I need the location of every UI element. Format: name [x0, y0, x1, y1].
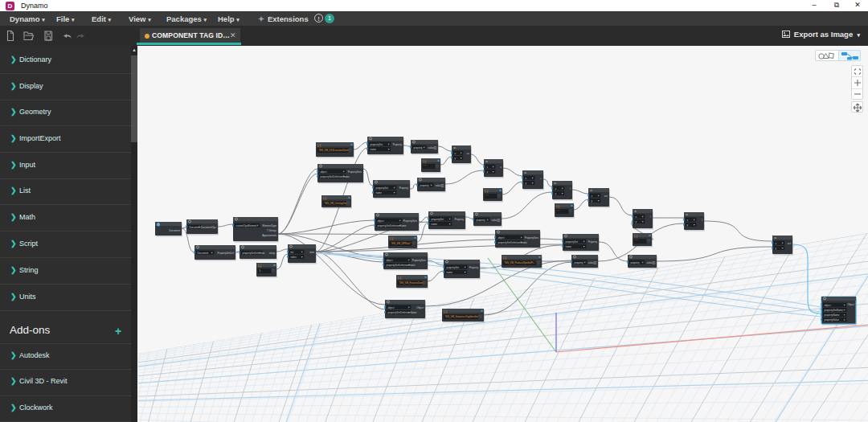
svg-text:object: object: [378, 219, 384, 223]
svg-text:value[][]: value[][]: [428, 146, 436, 150]
svg-text:[..]: [..]: [398, 277, 401, 280]
svg-text:propertySet: propertySet: [371, 143, 383, 146]
svg-text:[..]: [..]: [323, 197, 326, 200]
svg-text:" ": " ": [424, 165, 426, 168]
svg-text:property: property: [414, 146, 424, 150]
svg-text:Object: Object: [847, 303, 854, 306]
svg-text:Property: Property: [399, 186, 409, 190]
svg-text:index: index: [291, 256, 297, 259]
svg-text:"WS_VM_XXXLocationZoom": "WS_VM_XXXLocationZoom": [318, 149, 349, 152]
svg-text:ElementType: ElementType: [262, 224, 276, 227]
svg-text:propertySetDefinitionName: propertySetDefinitionName: [321, 175, 350, 178]
svg-text:"WS_VM_FeatureZoom": "WS_VM_FeatureZoom": [399, 281, 424, 285]
svg-text:property: property: [631, 261, 641, 264]
svg-text:Property: Property: [588, 240, 598, 244]
svg-text:item: item: [309, 251, 314, 254]
svg-text:propertySetDefinitionName: propertySetDefinitionName: [378, 224, 407, 227]
svg-text:property: property: [575, 261, 584, 264]
svg-text:"WS_VM_UPFloor": "WS_VM_UPFloor": [391, 242, 411, 245]
svg-text:value[][]: value[][]: [435, 184, 444, 187]
svg-text:object: object: [825, 304, 831, 307]
svg-text:=: =: [524, 171, 526, 175]
svg-text:out: out: [788, 242, 791, 245]
svg-text:[..]: [..]: [503, 256, 506, 260]
svg-text:" ": " ": [557, 210, 559, 213]
svg-text:"WS_VM_ProtocolSymbolPr...": "WS_VM_ProtocolSymbolPr...": [504, 261, 536, 264]
svg-text:[..]: [..]: [317, 144, 321, 147]
svg-text:"WS_VM_SequenceTagIdentifier": "WS_VM_SequenceTagIdentifier": [444, 315, 479, 318]
svg-text:PropertySets: PropertySets: [525, 236, 539, 240]
svg-text:=: =: [453, 146, 456, 150]
svg-text:object: object: [498, 236, 505, 240]
svg-text:=: =: [554, 182, 556, 186]
svg-text:Property: Property: [393, 143, 403, 146]
svg-text:[..]: [..]: [444, 310, 447, 313]
svg-text:PropertySets: PropertySets: [412, 259, 427, 262]
svg-text:PropertySetDef: PropertySetDef: [217, 252, 234, 255]
svg-text:Document: Document: [169, 229, 180, 232]
svg-text:"WS_VM_OverlayZoom": "WS_VM_OverlayZoom": [324, 202, 350, 205]
svg-text:property: property: [477, 219, 486, 222]
svg-text:name: name: [432, 223, 438, 226]
svg-text:=: =: [634, 210, 637, 214]
svg-text:string: string: [269, 252, 276, 255]
svg-text:property: property: [420, 184, 430, 187]
svg-text:Object: Object: [416, 306, 424, 309]
svg-text:name: name: [376, 191, 383, 195]
svg-text:propertySet: propertySet: [432, 218, 444, 221]
svg-text:[..]: [..]: [556, 205, 559, 208]
svg-text:[..]: [..]: [634, 235, 637, 238]
svg-text:propertySetDefinitionName: propertySetDefinitionName: [498, 241, 527, 244]
svg-text:propertySetDefinition: propertySetDefinition: [243, 252, 265, 255]
svg-text:" ": " ": [485, 195, 488, 198]
svg-text:=: =: [485, 160, 488, 164]
svg-text:[..]: [..]: [258, 264, 261, 268]
svg-text:propertyValue: propertyValue: [825, 318, 840, 322]
svg-text:PropertySets: PropertySets: [348, 170, 362, 174]
svg-text:name: name: [447, 271, 453, 274]
svg-text:DocumentOps: DocumentOps: [201, 226, 217, 229]
svg-text:list: list: [291, 251, 294, 254]
svg-text:[..]: [..]: [423, 160, 426, 163]
svg-text:" ": " ": [635, 240, 637, 243]
svg-text:==: ==: [466, 152, 469, 155]
svg-text:propertySetName: propertySetName: [825, 309, 844, 312]
svg-text:=: =: [686, 213, 688, 217]
svg-text:1;: 1;: [259, 269, 261, 272]
svg-text:=: =: [774, 236, 776, 240]
svg-text:+: +: [540, 177, 542, 180]
svg-text:Property: Property: [469, 266, 479, 269]
svg-text:propertySetDefinitionName: propertySetDefinitionName: [387, 264, 416, 267]
svg-text:Appartamenti: Appartamenti: [262, 234, 276, 237]
svg-text:name: name: [566, 245, 572, 248]
svg-text:propertySetDefinitionName: propertySetDefinitionName: [388, 311, 417, 314]
svg-text:value[][]: value[][]: [646, 261, 655, 264]
svg-text:propertySet: propertySet: [376, 186, 389, 190]
svg-text:PropertySets: PropertySets: [403, 219, 418, 223]
svg-text:=: =: [590, 189, 592, 193]
svg-text:value[][]: value[][]: [491, 219, 500, 222]
svg-text:T-Strings: T-Strings: [267, 229, 277, 232]
svg-text:currentOpsElement: currentOpsElement: [236, 224, 257, 227]
svg-text:name: name: [371, 148, 377, 151]
svg-text:propertySet: propertySet: [447, 266, 460, 269]
svg-text:[..]: [..]: [390, 237, 393, 240]
svg-text:object: object: [388, 306, 395, 309]
svg-text:out: out: [604, 195, 608, 198]
svg-text:[..]: [..]: [485, 190, 488, 193]
svg-text:propertyName: propertyName: [825, 313, 840, 317]
svg-text:Document: Document: [198, 252, 209, 255]
svg-text:value[][]: value[][]: [588, 261, 596, 264]
svg-text:object: object: [321, 170, 327, 174]
svg-text:object: object: [387, 259, 393, 262]
svg-text:propertySet: propertySet: [566, 240, 579, 244]
svg-text:Property: Property: [455, 218, 465, 221]
